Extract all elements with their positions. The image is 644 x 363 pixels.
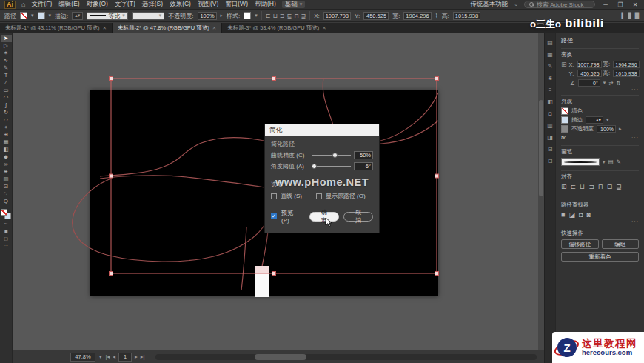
tab-untitled-1[interactable]: 未标题-1* @ 43.11% (RGB/GPU 预览) ✕ — [0, 23, 113, 33]
height-field[interactable]: 1015.938 — [453, 12, 480, 20]
tab-close-icon[interactable]: ✕ — [212, 25, 216, 31]
opacity-field[interactable]: 100% — [597, 125, 616, 133]
scale-tool[interactable]: ▱ — [1, 116, 12, 124]
artwork-path[interactable] — [73, 179, 266, 262]
close-button[interactable]: ✕ — [631, 1, 640, 8]
fx-icon[interactable]: fx — [561, 134, 566, 141]
selection-handle[interactable] — [110, 77, 113, 81]
menu-select[interactable]: 选择(S) — [142, 0, 163, 9]
more-options-icon[interactable]: ··· — [568, 135, 639, 140]
stroke-panel-icon[interactable]: ≡ — [549, 87, 552, 93]
slider-knob[interactable] — [332, 153, 338, 158]
tab-close-icon[interactable]: ✕ — [322, 25, 326, 31]
home-icon[interactable]: ⌂ — [21, 1, 25, 8]
gradient-tool[interactable]: ◧ — [1, 146, 12, 153]
menu-file[interactable]: 文件(F) — [31, 0, 52, 9]
paintbrush-tool[interactable]: ◠ — [1, 94, 12, 101]
rotate-tool[interactable]: ↻ — [1, 109, 12, 116]
workspace-button[interactable]: 基础 ▾ — [282, 1, 306, 8]
screen-mode-icon[interactable]: ▢ — [4, 236, 8, 241]
pencil-tool[interactable]: ʃ — [1, 101, 12, 109]
rotate-angle-field[interactable]: 0° — [578, 79, 600, 87]
align-center-icon[interactable]: ⊔ — [273, 13, 278, 19]
cancel-button[interactable]: 取消 — [343, 212, 373, 222]
artwork-path[interactable] — [100, 176, 264, 187]
stroke-swatch[interactable] — [561, 116, 568, 124]
artboards-panel-icon[interactable]: ⊡ — [548, 158, 553, 164]
vertical-scrollbar-thumb[interactable] — [539, 100, 543, 196]
horizontal-scrollbar[interactable] — [155, 354, 537, 360]
layers-panel-icon[interactable]: ⊟ — [548, 146, 553, 153]
artwork-path[interactable] — [241, 227, 246, 290]
artwork-path[interactable] — [380, 121, 438, 144]
preview-checkbox[interactable] — [271, 213, 277, 219]
last-artboard-icon[interactable]: ▸| — [141, 353, 145, 360]
chevron-down-icon[interactable]: ▾ — [49, 13, 52, 19]
search-box[interactable]: 搜索 Adobe Stock — [524, 1, 595, 8]
next-artboard-icon[interactable]: ▸ — [135, 353, 138, 360]
artboard-number-field[interactable]: 1 — [118, 353, 132, 362]
tab-close-icon[interactable]: ✕ — [103, 25, 107, 31]
horizontal-align-center-icon[interactable]: ⊔ — [580, 183, 585, 190]
stepper-icon[interactable]: ▴▾ — [75, 13, 80, 19]
x-field[interactable]: 1007.798 — [323, 12, 351, 20]
zoom-tool[interactable]: Q — [1, 198, 12, 205]
gradient-panel-icon[interactable]: ◧ — [547, 99, 553, 105]
chevron-down-icon[interactable]: ▾ — [603, 80, 606, 86]
chevron-right-icon[interactable]: ▸ — [221, 13, 224, 19]
align-middle-icon[interactable]: ⊓ — [294, 13, 298, 19]
vertical-align-top-icon[interactable]: ⊓ — [598, 183, 603, 190]
more-options-icon[interactable]: ··· — [561, 190, 639, 196]
align-bottom-icon[interactable]: ⊒ — [301, 13, 306, 19]
width-field[interactable]: 1904.296 — [403, 12, 431, 20]
selection-handle[interactable] — [110, 272, 113, 276]
appearance-panel-icon[interactable]: ◨ — [547, 134, 553, 141]
direct-selection-tool[interactable]: ▷ — [1, 42, 12, 50]
show-original-path-checkbox[interactable] — [316, 193, 322, 199]
pathfinder-minus-front-icon[interactable]: ◪ — [568, 211, 575, 219]
chevron-down-icon[interactable]: ▾ — [31, 13, 34, 19]
recolor-button[interactable]: 重新着色 — [561, 252, 639, 262]
align-top-icon[interactable]: ⊑ — [286, 13, 292, 19]
align-right-icon[interactable]: ⊐ — [280, 13, 285, 19]
menu-type[interactable]: 文字(T) — [115, 0, 135, 9]
menu-edit[interactable]: 编辑(E) — [58, 0, 79, 9]
selection-handle[interactable] — [435, 272, 439, 276]
tab-untitled-2[interactable]: 未标题-2* @ 47.8% (RGB/GPU 预览) ✕ — [113, 23, 222, 33]
dialog-title-bar[interactable]: 简化 — [265, 124, 379, 136]
artwork-path[interactable] — [100, 137, 264, 176]
curve-precision-slider[interactable] — [312, 155, 351, 156]
curve-precision-field[interactable]: 50% — [354, 151, 373, 159]
menu-window[interactable]: 窗口(W) — [225, 0, 248, 9]
fill-indicator[interactable] — [1, 209, 7, 216]
previous-artboard-icon[interactable]: ◂ — [113, 353, 115, 360]
eyedropper-tool[interactable]: ◆ — [1, 153, 12, 161]
pathfinder-unite-icon[interactable]: ■ — [561, 211, 565, 219]
vertical-align-center-icon[interactable]: ⊟ — [607, 183, 613, 190]
pathfinder-exclude-icon[interactable]: ◙ — [586, 211, 590, 219]
pathfinder-intersect-icon[interactable]: ◘ — [579, 211, 583, 219]
horizontal-align-left-icon[interactable]: ⊏ — [571, 183, 577, 190]
artboard-tool[interactable]: ⊡ — [1, 183, 12, 190]
opacity-field[interactable]: 100% — [198, 12, 217, 20]
swatches-panel-icon[interactable]: ▦ — [547, 51, 553, 58]
brushes-panel-icon[interactable]: ✎ — [548, 63, 553, 70]
magic-wand-tool[interactable]: ✶ — [1, 50, 12, 57]
workspace-switcher[interactable]: 传统基本功能 — [470, 0, 508, 9]
more-options-icon[interactable]: ··· — [561, 87, 639, 92]
horizontal-align-right-icon[interactable]: ⊐ — [588, 183, 594, 190]
symbols-panel-icon[interactable]: ⋇ — [548, 75, 553, 81]
more-options-icon[interactable]: ··· — [561, 219, 639, 224]
align-to-icon[interactable]: ⊞ — [561, 183, 567, 190]
chevron-right-icon[interactable]: ▸ — [619, 126, 622, 132]
minimize-button[interactable]: ─ — [601, 1, 610, 8]
transparency-panel-icon[interactable]: ◘ — [549, 110, 552, 117]
menu-object[interactable]: 对象(O) — [87, 0, 108, 9]
flip-vertical-icon[interactable]: ⇅ — [617, 80, 621, 87]
dock-column-icon-2[interactable]: ▋ — [628, 13, 633, 19]
variable-width-profile-dropdown[interactable]: 等比 ▾ — [87, 12, 128, 20]
stroke-swatch[interactable] — [38, 12, 45, 19]
angle-threshold-field[interactable]: 6° — [354, 162, 373, 170]
y-field[interactable]: 450.525 — [577, 70, 602, 77]
menu-effect[interactable]: 效果(C) — [170, 0, 191, 9]
